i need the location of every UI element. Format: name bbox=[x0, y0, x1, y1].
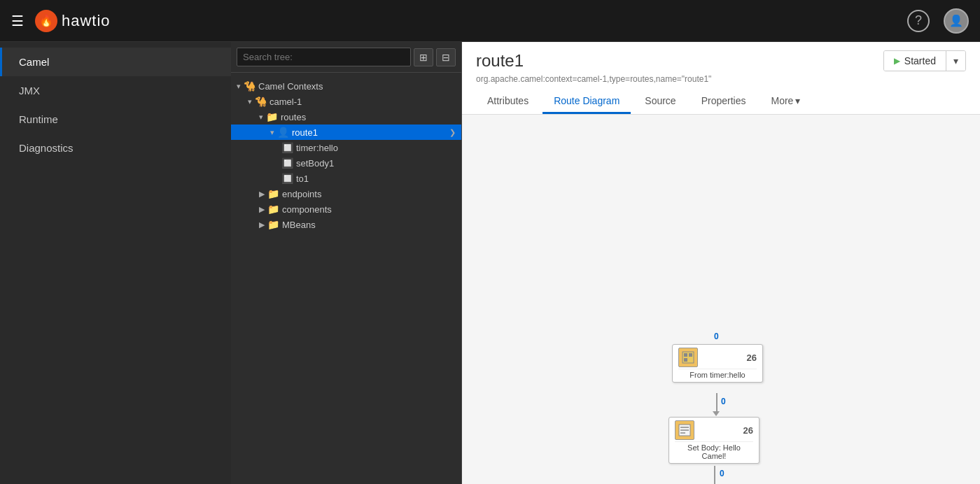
set-body-label: Set Body: Hello Camel! bbox=[675, 441, 753, 460]
main-layout: Camel JMX Runtime Diagnostics ⊞ ⊟ ▾ 🐪 bbox=[0, 42, 980, 484]
title-row: route1 ▶ Started ▾ bbox=[476, 50, 966, 71]
routes-icon: 📁 bbox=[266, 111, 278, 122]
counter-3: 0 bbox=[720, 469, 724, 478]
from-timer-icon bbox=[678, 348, 698, 367]
tree-node-camel-1[interactable]: ▾ 🐪 camel-1 bbox=[231, 94, 461, 109]
camel-contexts-icon: 🐪 bbox=[244, 80, 255, 92]
search-input[interactable] bbox=[237, 48, 411, 66]
svg-rect-2 bbox=[689, 353, 692, 357]
node-inner: 26 bbox=[678, 348, 757, 367]
content-panel: route1 ▶ Started ▾ org.apache.camel:cont… bbox=[462, 42, 980, 484]
arrow-icon: ▶ bbox=[259, 220, 265, 229]
hamburger-menu[interactable]: ☰ bbox=[11, 13, 24, 29]
diagram-node-from-timer[interactable]: 26 From timer:hello bbox=[672, 344, 763, 383]
set-body-icon bbox=[675, 420, 694, 440]
tab-properties[interactable]: Properties bbox=[690, 90, 757, 114]
from-timer-label: From timer:hello bbox=[678, 369, 757, 379]
arrow-icon: ▶ bbox=[259, 190, 265, 199]
tree-node-setbody1[interactable]: 🔲 setBody1 bbox=[231, 155, 461, 171]
content-header: route1 ▶ Started ▾ org.apache.camel:cont… bbox=[462, 42, 980, 115]
node-inner: 26 bbox=[675, 420, 753, 440]
expand-all-button[interactable]: ⊞ bbox=[414, 48, 433, 66]
timer-icon: 🔲 bbox=[281, 142, 293, 153]
tree-content: ▾ 🐪 Camel Contexts ▾ 🐪 camel-1 ▾ 📁 route… bbox=[231, 73, 461, 484]
tree-node-camel-contexts[interactable]: ▾ 🐪 Camel Contexts bbox=[231, 78, 461, 94]
connector-1 bbox=[716, 393, 718, 413]
diagram-canvas: 0 26 bbox=[462, 115, 980, 484]
endpoints-icon: 📁 bbox=[267, 188, 279, 199]
tab-route-diagram[interactable]: Route Diagram bbox=[542, 90, 631, 114]
mbeans-icon: 📁 bbox=[267, 219, 279, 230]
tree-node-endpoints[interactable]: ▶ 📁 endpoints bbox=[231, 186, 461, 201]
arrow-icon: ▾ bbox=[270, 128, 274, 137]
tree-node-to1[interactable]: 🔲 to1 bbox=[231, 171, 461, 186]
logo-icon: 🔥 bbox=[35, 10, 57, 32]
collapse-all-button[interactable]: ⊟ bbox=[436, 48, 456, 66]
tree-node-routes[interactable]: ▾ 📁 routes bbox=[231, 109, 461, 124]
sidebar-item-diagnostics[interactable]: Diagnostics bbox=[0, 134, 231, 162]
from-timer-count: 26 bbox=[747, 353, 757, 363]
components-icon: 📁 bbox=[267, 204, 279, 215]
arrow-icon: ▾ bbox=[259, 113, 263, 122]
tree-node-mbeans[interactable]: ▶ 📁 MBeans bbox=[231, 217, 461, 232]
to1-icon: 🔲 bbox=[281, 173, 293, 184]
tree-node-components[interactable]: ▶ 📁 components bbox=[231, 201, 461, 217]
help-icon: ? bbox=[915, 13, 922, 28]
started-main-btn[interactable]: ▶ Started bbox=[884, 51, 946, 71]
content-tabs: Attributes Route Diagram Source Properti… bbox=[476, 90, 966, 114]
tree-node-route1[interactable]: ▾ 👤 route1 ❯ bbox=[231, 124, 461, 140]
started-button[interactable]: ▶ Started ▾ bbox=[883, 50, 966, 71]
sidebar-item-jmx[interactable]: JMX bbox=[0, 76, 231, 105]
dropdown-arrow-icon: ▾ bbox=[953, 55, 958, 66]
tree-node-timer-hello[interactable]: 🔲 timer:hello bbox=[231, 140, 461, 155]
set-body-count: 26 bbox=[743, 425, 753, 436]
sidebar-item-camel[interactable]: Camel bbox=[0, 48, 231, 76]
app-logo: 🔥 hawtio bbox=[35, 10, 111, 32]
tree-search-bar: ⊞ ⊟ bbox=[231, 42, 461, 73]
page-title: route1 bbox=[476, 51, 524, 71]
sidebar-item-runtime[interactable]: Runtime bbox=[0, 105, 231, 134]
chevron-right-icon: ❯ bbox=[449, 128, 456, 137]
started-dropdown-btn[interactable]: ▾ bbox=[946, 51, 965, 71]
play-icon: ▶ bbox=[894, 56, 900, 66]
tab-attributes[interactable]: Attributes bbox=[476, 90, 540, 114]
help-button[interactable]: ? bbox=[907, 10, 930, 32]
route1-icon: 👤 bbox=[277, 127, 289, 138]
avatar-icon: 👤 bbox=[949, 14, 963, 27]
arrow-1 bbox=[713, 411, 720, 416]
arrow-icon: ▾ bbox=[248, 97, 252, 106]
started-label: Started bbox=[904, 55, 936, 66]
more-chevron-icon: ▾ bbox=[795, 95, 800, 106]
arrow-icon: ▾ bbox=[237, 82, 241, 91]
camel1-icon: 🐪 bbox=[255, 96, 267, 107]
tree-panel: ⊞ ⊟ ▾ 🐪 Camel Contexts ▾ 🐪 camel-1 ▾ 📁 r… bbox=[231, 42, 462, 484]
user-avatar[interactable]: 👤 bbox=[944, 8, 969, 34]
svg-rect-3 bbox=[684, 358, 687, 362]
svg-rect-1 bbox=[684, 353, 687, 357]
sidebar-nav: Camel JMX Runtime Diagnostics bbox=[0, 42, 231, 168]
connector-2 bbox=[714, 466, 715, 484]
setbody-icon: 🔲 bbox=[281, 157, 293, 169]
diagram-node-set-body[interactable]: 26 Set Body: Hello Camel! bbox=[668, 417, 760, 464]
logo-text: hawtio bbox=[62, 12, 111, 30]
tab-more[interactable]: More ▾ bbox=[760, 90, 811, 114]
counter-1: 0 bbox=[714, 332, 719, 341]
arrow-icon: ▶ bbox=[259, 205, 265, 214]
counter-2: 0 bbox=[721, 397, 726, 406]
topbar: ☰ 🔥 hawtio ? 👤 bbox=[0, 0, 980, 42]
route-subtitle: org.apache.camel:context=camel-1,type=ro… bbox=[476, 74, 966, 84]
tab-source[interactable]: Source bbox=[634, 90, 687, 114]
diagram-area: 0 26 bbox=[462, 115, 980, 484]
sidebar: Camel JMX Runtime Diagnostics bbox=[0, 42, 231, 484]
